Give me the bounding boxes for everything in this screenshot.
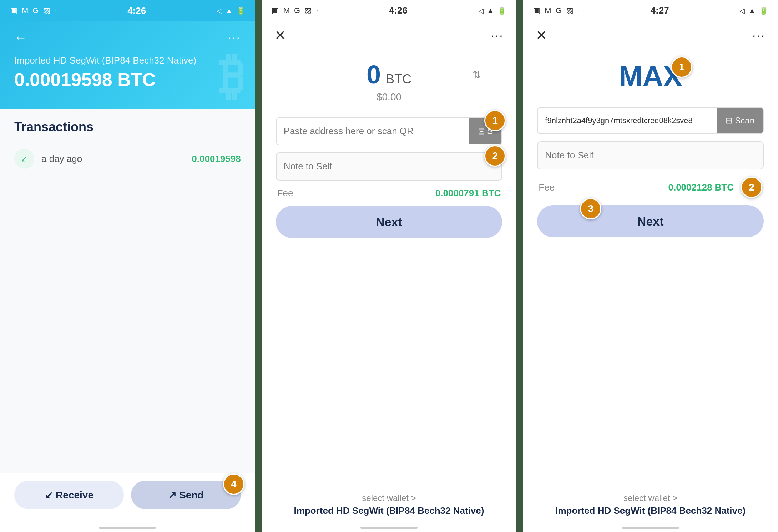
- swap-icon-2[interactable]: ⇅: [473, 69, 481, 81]
- address-value-3: f9nlznht2a4f9y3gn7mtsxredtcreq08k2sve8: [538, 108, 717, 133]
- tx-info: a day ago: [41, 153, 185, 164]
- next-button-3[interactable]: Next: [537, 205, 764, 237]
- wifi-icon-2: ▲: [487, 6, 494, 15]
- amount-fiat-2: $0.00: [276, 91, 502, 103]
- tx-time: a day ago: [41, 153, 185, 164]
- note-input-2[interactable]: [276, 152, 502, 181]
- dot-icon: ·: [55, 6, 57, 15]
- home-bar-2: [360, 527, 418, 529]
- address-field-container-3: f9nlznht2a4f9y3gn7mtsxredtcreq08k2sve8 ⊟…: [537, 107, 764, 134]
- fee-row-3: Fee 0.0002128 BTC 2: [537, 177, 764, 198]
- transaction-item: ↙ a day ago 0.00019598: [14, 143, 241, 174]
- fee-label-2: Fee: [277, 188, 293, 199]
- send-body-2: 0 BTC ⇅ $0.00 ⊟ S 1 2 Fee 0.0000791 BTC …: [262, 49, 517, 490]
- address-field-3: f9nlznht2a4f9y3gn7mtsxredtcreq08k2sve8 ⊟…: [537, 107, 764, 134]
- fee-row-2: Fee 0.0000791 BTC: [276, 188, 502, 199]
- google-icon: G: [32, 6, 39, 15]
- wifi-icon-3: ▲: [748, 6, 756, 15]
- badge-2-panel2: 2: [484, 145, 506, 167]
- address-field-2: ⊟ S: [276, 117, 502, 145]
- btc-watermark: ₿: [219, 48, 244, 105]
- status-time-3: 4:27: [651, 5, 669, 16]
- google-icon-2: G: [294, 6, 300, 15]
- menu-button-2[interactable]: ···: [491, 29, 504, 42]
- wifi-icon: ▲: [226, 7, 233, 15]
- status-time-1: 4:26: [127, 5, 146, 16]
- next-button-2[interactable]: Next: [276, 206, 502, 238]
- panel-send-max: ▣ M G ▨ · 4:27 ◁ ▲ 🔋 ✕ ··· MAX 1 f9nlznh…: [516, 0, 778, 532]
- wallet-balance: 0.00019598 BTC: [14, 69, 241, 90]
- amount-unit-2: BTC: [386, 72, 411, 87]
- volume-icon-2: ◁: [478, 6, 484, 15]
- home-indicator-3: [523, 523, 778, 532]
- wallet-body: Transactions ↙ a day ago 0.00019598: [0, 109, 255, 473]
- next-button-container-3: Next 3: [537, 205, 764, 237]
- wallet-subtitle: Imported HD SegWit (BIP84 Bech32 Native): [14, 55, 241, 66]
- status-time-2: 4:26: [389, 5, 408, 16]
- home-bar-3: [622, 527, 679, 529]
- send-body-3: MAX 1 f9nlznht2a4f9y3gn7mtsxredtcreq08k2…: [523, 49, 778, 490]
- scan-button-3[interactable]: ⊟ Scan: [717, 108, 763, 133]
- wallet-name-3: Imported HD SegWit (BIP84 Bech32 Native): [537, 505, 764, 516]
- sim-icon: ▣: [10, 6, 17, 15]
- menu-button-3[interactable]: ···: [752, 29, 765, 42]
- wallet-header: ← ··· Imported HD SegWit (BIP84 Bech32 N…: [0, 21, 255, 109]
- sim-icon-2: ▣: [272, 6, 279, 15]
- status-icons-left-1: ▣ M G ▨ ·: [10, 6, 57, 15]
- wallet-footer: ↙ Receive ↗ Send 4: [0, 473, 255, 523]
- home-bar-1: [99, 527, 156, 529]
- battery-icon-2: 🔋: [497, 6, 506, 15]
- notification-icon: ▨: [43, 6, 50, 15]
- badge-1-panel2: 1: [484, 110, 506, 131]
- close-button-3[interactable]: ✕: [536, 29, 547, 42]
- battery-icon-3: 🔋: [759, 6, 768, 15]
- status-icons-right-3: ◁ ▲ 🔋: [739, 6, 768, 15]
- fee-value-3: 0.0002128 BTC: [668, 182, 734, 193]
- wallet-back-row: ← ···: [14, 30, 241, 45]
- tx-amount: 0.00019598: [192, 153, 241, 164]
- select-wallet-2[interactable]: select wallet >: [276, 493, 502, 503]
- home-indicator-2: [262, 523, 517, 532]
- address-field-container-2: ⊟ S 1: [276, 117, 502, 145]
- home-indicator-1: [0, 523, 255, 532]
- amount-section-2: 0 BTC ⇅ $0.00: [276, 56, 502, 110]
- address-input-2[interactable]: [277, 118, 469, 145]
- status-bar-2: ▣ M G ▨ · 4:26 ◁ ▲ 🔋: [262, 0, 517, 21]
- amount-row-2: 0 BTC ⇅: [276, 60, 502, 89]
- status-icons-left-3: ▣ M G ▨ ·: [533, 6, 580, 15]
- fee-label-3: Fee: [539, 182, 555, 193]
- select-wallet-3[interactable]: select wallet >: [537, 493, 764, 503]
- status-bar-3: ▣ M G ▨ · 4:27 ◁ ▲ 🔋: [523, 0, 778, 21]
- status-icons-left-2: ▣ M G ▨ ·: [272, 6, 319, 15]
- battery-icon: 🔋: [236, 6, 245, 15]
- send-footer-2: select wallet > Imported HD SegWit (BIP8…: [262, 490, 517, 523]
- send-header-3: ✕ ···: [523, 21, 778, 49]
- mail-icon: M: [22, 6, 28, 15]
- status-icons-right-2: ◁ ▲ 🔋: [478, 6, 507, 15]
- status-bar-1: ▣ M G ▨ · 4:26 ◁ ▲ 🔋: [0, 0, 255, 21]
- max-section: MAX 1: [537, 56, 764, 100]
- menu-button-1[interactable]: ···: [228, 31, 241, 44]
- send-badge: 4: [223, 473, 244, 495]
- notification-icon-3: ▨: [566, 6, 574, 15]
- receive-button[interactable]: ↙ Receive: [14, 481, 124, 509]
- panel-send-empty: ▣ M G ▨ · 4:26 ◁ ▲ 🔋 ✕ ··· 0 BTC ⇅ $0.00: [255, 0, 517, 532]
- send-header-2: ✕ ···: [262, 21, 517, 49]
- fee-value-2: 0.0000791 BTC: [435, 188, 501, 199]
- badge-1-panel3: 1: [671, 56, 692, 78]
- note-input-3[interactable]: [537, 141, 764, 169]
- panel-wallet: ▣ M G ▨ · 4:26 ◁ ▲ 🔋 ← ··· Imported HD S…: [0, 0, 255, 532]
- note-field-container-3: [537, 141, 764, 169]
- dot-icon-2: ·: [316, 6, 318, 15]
- note-field-container-2: 2: [276, 152, 502, 181]
- wallet-name-2: Imported HD SegWit (BIP84 Bech32 Native): [276, 505, 502, 516]
- status-icons-right-1: ◁ ▲ 🔋: [217, 6, 245, 15]
- sim-icon-3: ▣: [533, 6, 540, 15]
- back-button[interactable]: ←: [14, 30, 27, 45]
- transactions-title: Transactions: [14, 120, 241, 135]
- close-button-2[interactable]: ✕: [274, 29, 286, 42]
- google-icon-3: G: [556, 6, 562, 15]
- tx-receive-icon: ↙: [14, 149, 34, 169]
- dot-icon-3: ·: [578, 6, 580, 15]
- badge-3-panel3: 3: [580, 198, 601, 219]
